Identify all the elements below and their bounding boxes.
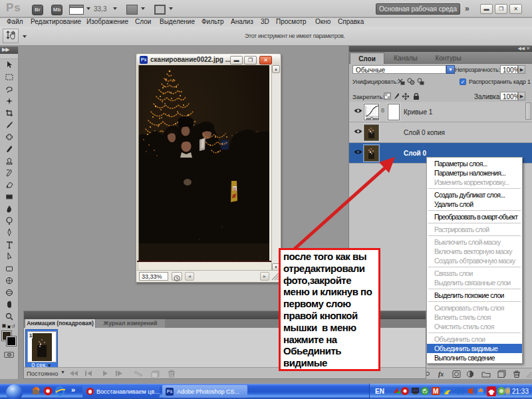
svg-text:fx: fx [438, 370, 444, 378]
svg-text:M: M [433, 388, 438, 395]
svg-text:В: В [233, 187, 236, 192]
